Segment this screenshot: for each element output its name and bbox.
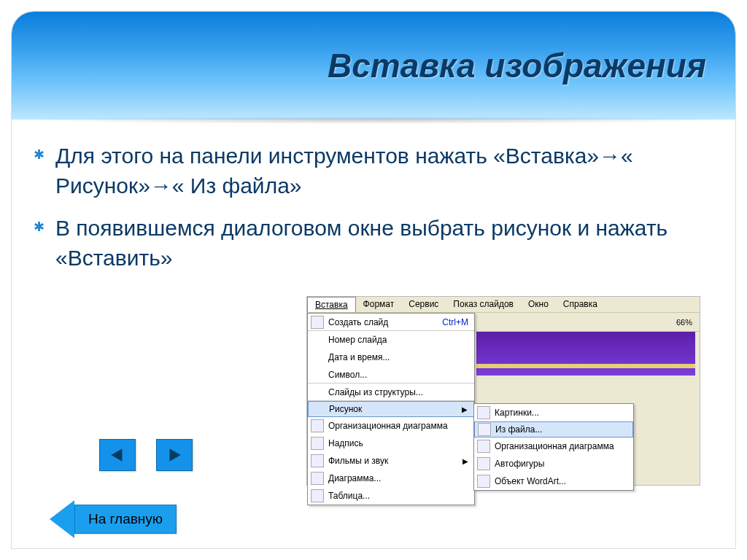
chevron-right-icon: ▶ <box>462 405 468 413</box>
slide-preview-strip <box>476 332 695 376</box>
menu-item[interactable]: Сервис <box>401 297 446 312</box>
sub-autoshapes[interactable]: Автофигуры <box>474 455 633 472</box>
embedded-screenshot: Вставка Формат Сервис Показ слайдов Окно… <box>306 296 700 486</box>
slide-content: Для этого на панели инструментов нажать … <box>12 120 735 273</box>
home-label: На главную <box>88 511 163 527</box>
triangle-right-icon <box>165 446 184 464</box>
dd-slides-from-outline[interactable]: Слайды из структуры... <box>308 384 474 401</box>
chart-icon <box>311 472 324 485</box>
media-icon <box>311 454 324 467</box>
orgchart-icon <box>311 419 324 432</box>
bullet-item: В появившемся диалоговом окне выбрать ри… <box>55 214 699 273</box>
sub-wordart[interactable]: Объект WordArt... <box>474 472 633 490</box>
zoom-value: 66% <box>676 318 697 327</box>
dd-date-time[interactable]: Дата и время... <box>308 349 474 366</box>
dd-org-chart[interactable]: Организационная диаграмма <box>308 417 474 435</box>
svg-marker-1 <box>170 448 181 461</box>
menu-item[interactable]: Показ слайдов <box>446 297 521 312</box>
dd-create-slide[interactable]: Создать слайд Ctrl+M <box>308 314 474 331</box>
sub-org-chart[interactable]: Организационная диаграмма <box>474 438 633 455</box>
slide-title: Вставка изображения <box>328 48 706 83</box>
menubar: Вставка Формат Сервис Показ слайдов Окно… <box>307 297 700 313</box>
menu-item[interactable]: Окно <box>521 297 556 312</box>
dd-symbol[interactable]: Символ... <box>308 366 474 384</box>
sub-clipart[interactable]: Картинки... <box>474 404 633 421</box>
table-icon <box>311 489 324 502</box>
slide: Вставка изображения Для этого на панели … <box>12 12 735 548</box>
dd-slide-number[interactable]: Номер слайда <box>308 331 474 349</box>
home-button[interactable]: На главную <box>50 500 177 538</box>
dd-table[interactable]: Таблица... <box>308 487 474 505</box>
menu-insert[interactable]: Вставка <box>307 297 356 312</box>
textbox-icon <box>311 437 324 450</box>
prev-button[interactable] <box>99 439 136 471</box>
dd-picture[interactable]: Рисунок▶ <box>308 401 474 417</box>
wordart-icon <box>477 475 490 488</box>
menu-item[interactable]: Справка <box>556 297 605 312</box>
chevron-right-icon: ▶ <box>462 457 468 465</box>
triangle-left-icon <box>108 446 127 464</box>
autoshapes-icon <box>477 457 490 470</box>
clipart-icon <box>477 406 490 419</box>
orgchart-icon <box>477 440 490 453</box>
next-button[interactable] <box>156 439 193 471</box>
sub-from-file[interactable]: Из файла... <box>474 421 633 438</box>
menu-item[interactable]: Формат <box>356 297 402 312</box>
dd-movies-sound[interactable]: Фильмы и звук▶ <box>308 452 474 470</box>
bullet-item: Для этого на панели инструментов нажать … <box>55 141 699 201</box>
dd-chart[interactable]: Диаграмма... <box>308 470 474 487</box>
insert-dropdown: Создать слайд Ctrl+M Номер слайда Дата и… <box>307 313 475 505</box>
svg-marker-0 <box>111 448 122 461</box>
nav-buttons <box>99 439 193 471</box>
from-file-icon <box>478 423 491 436</box>
arrow-left-icon <box>50 500 74 538</box>
slide-header: Вставка изображения <box>12 12 735 120</box>
picture-submenu: Картинки... Из файла... Организационная … <box>473 403 634 491</box>
new-slide-icon <box>311 316 324 329</box>
dd-textbox[interactable]: Надпись <box>308 435 474 452</box>
